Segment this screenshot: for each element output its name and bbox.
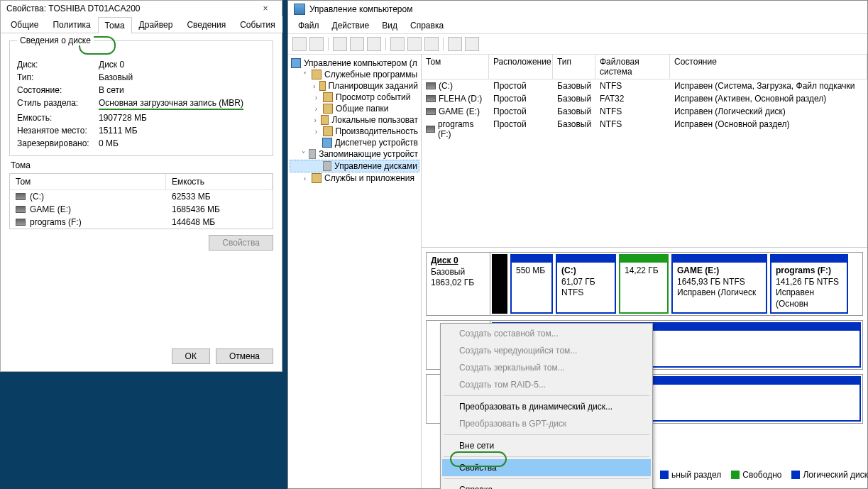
computer-icon	[291, 58, 301, 68]
volumes-table: Том Емкость (C:)62533 МБ GAME (E:)168543…	[9, 173, 273, 229]
volume-icon	[16, 206, 26, 213]
disk-row[interactable]: Диск 0 Базовый 1863,02 ГБ 550 МБ (C:) 61…	[426, 252, 863, 316]
volume-row[interactable]: GAME (E:)1685436 МБ	[10, 203, 273, 216]
tab-general[interactable]: Общие	[4, 16, 45, 33]
tree-root[interactable]: Управление компьютером (л	[290, 57, 419, 69]
disk-header[interactable]: Диск 0 Базовый 1863,02 ГБ	[427, 253, 490, 315]
volume-icon	[16, 193, 26, 200]
partition-c[interactable]: (C:) 61,07 ГБ NTFS	[556, 254, 616, 314]
ctx-convert-gpt[interactable]: Преобразовать в GPT-диск	[442, 415, 651, 432]
volume-icon	[16, 219, 26, 226]
legend-primary-icon	[660, 471, 669, 479]
close-button[interactable]: ×	[255, 4, 276, 13]
menu-help[interactable]: Справка	[405, 19, 449, 32]
ctx-striped-volume[interactable]: Создать чередующийся том...	[442, 342, 651, 359]
volume-row[interactable]: programs (F:)144648 МБ	[10, 216, 273, 229]
partition-game[interactable]: GAME (E:) 1645,93 ГБ NTFS Исправен (Логи…	[671, 254, 767, 314]
ctx-help[interactable]: Справка	[442, 481, 651, 489]
ctx-offline[interactable]: Вне сети	[442, 437, 651, 454]
ctx-mirrored-volume[interactable]: Создать зеркальный том...	[442, 359, 651, 376]
partition-free[interactable]: 14,22 ГБ	[619, 254, 669, 314]
volumes-label: Тома	[11, 160, 272, 170]
disk-icon	[323, 161, 331, 171]
reserved-value: 0 МБ	[99, 138, 119, 148]
state-value: В сети	[99, 85, 124, 95]
tb-btn[interactable]	[465, 37, 479, 51]
dialog-title: Свойства: TOSHIBA DT01ACA200	[6, 4, 141, 13]
grid-row[interactable]: (C:)ПростойБазовыйNTFSИсправен (Система,…	[422, 79, 867, 92]
users-icon	[321, 115, 329, 125]
disk-label: Диск:	[17, 60, 99, 70]
tree-services[interactable]: ›Службы и приложения	[290, 172, 419, 184]
free-value: 15111 МБ	[99, 126, 138, 136]
ok-button[interactable]: ОК	[172, 348, 210, 364]
col-volume[interactable]: Том	[422, 55, 489, 79]
tb-btn[interactable]	[424, 37, 439, 51]
tb-btn[interactable]	[448, 37, 462, 51]
tree-shared-folders[interactable]: ›Общие папки	[290, 103, 419, 114]
tree-event-viewer[interactable]: ›Просмотр событий	[290, 92, 419, 103]
tab-volumes[interactable]: Тома	[98, 17, 132, 33]
ctx-properties[interactable]: Свойства	[442, 459, 651, 476]
grid-row[interactable]: GAME (E:)ПростойБазовыйNTFSИсправен (Лог…	[422, 105, 867, 118]
volume-icon	[426, 82, 436, 89]
col-volume[interactable]: Том	[10, 174, 166, 189]
tree-performance[interactable]: ›Производительность	[290, 126, 419, 137]
help-button[interactable]	[390, 37, 405, 51]
menu-view[interactable]: Вид	[376, 19, 403, 32]
tree-storage[interactable]: ˅Запоминающие устройст	[290, 148, 419, 160]
group-title: Сведения о диске	[17, 35, 94, 45]
col-capacity[interactable]: Емкость	[166, 174, 273, 189]
tree-local-users[interactable]: ›Локальные пользоват	[290, 114, 419, 126]
volume-row[interactable]: (C:)62533 МБ	[10, 190, 273, 203]
properties-button[interactable]: Свойства	[209, 235, 273, 251]
ctx-spanned-volume[interactable]: Создать составной том...	[442, 325, 651, 342]
tb-btn[interactable]	[333, 37, 347, 51]
free-label: Незанятое место:	[17, 126, 99, 136]
tree-system-tools[interactable]: ˅Служебные программы	[290, 69, 419, 80]
tb-btn[interactable]	[407, 37, 422, 51]
tree-device-manager[interactable]: Диспетчер устройств	[290, 137, 419, 148]
storage-icon	[309, 149, 316, 159]
events-icon	[323, 92, 333, 102]
cancel-button[interactable]: Отмена	[216, 348, 273, 364]
scheduler-icon	[319, 81, 326, 91]
tb-btn[interactable]	[367, 37, 381, 51]
ctx-convert-dynamic[interactable]: Преобразовать в динамический диск...	[442, 398, 651, 415]
tab-strip: Общие Политика Тома Драйвер Сведения Соб…	[1, 16, 282, 33]
state-label: Состояние:	[17, 85, 99, 95]
tree-disk-management[interactable]: Управление дисками	[290, 160, 419, 172]
app-icon	[294, 4, 305, 15]
grid-row[interactable]: FLEHA (D:)ПростойБазовыйFAT32Исправен (А…	[422, 92, 867, 105]
navigation-tree: Управление компьютером (л ˅Служебные про…	[288, 55, 422, 488]
style-label: Стиль раздела:	[17, 98, 99, 110]
col-layout[interactable]: Расположение	[489, 55, 553, 79]
col-filesystem[interactable]: Файловая система	[595, 55, 670, 79]
toolbar	[288, 34, 867, 55]
col-status[interactable]: Состояние	[670, 55, 867, 79]
ctx-raid5-volume[interactable]: Создать том RAID-5...	[442, 376, 651, 393]
grid-row[interactable]: programs (F:)ПростойБазовыйNTFSИсправен …	[422, 118, 867, 141]
perf-icon	[323, 126, 333, 136]
col-type[interactable]: Тип	[553, 55, 595, 79]
forward-button[interactable]	[309, 37, 324, 51]
volume-grid: Том Расположение Тип Файловая система Со…	[422, 55, 867, 248]
menu-file[interactable]: Файл	[292, 19, 325, 32]
partition-programs[interactable]: programs (F:) 141,26 ГБ NTFS Исправен (О…	[770, 254, 848, 314]
disk-info-group: Сведения о диске Диск:Диск 0 Тип:Базовый…	[9, 40, 273, 156]
tree-scheduler[interactable]: ›Планировщик заданий	[290, 80, 419, 92]
capacity-label: Емкость:	[17, 113, 99, 123]
menu-action[interactable]: Действие	[326, 19, 375, 32]
tab-driver[interactable]: Драйвер	[132, 16, 180, 33]
context-menu: Создать составной том... Создать чередую…	[440, 323, 653, 489]
partition[interactable]	[492, 254, 507, 314]
volume-icon	[426, 126, 435, 133]
tab-policy[interactable]: Политика	[45, 16, 97, 33]
tab-events[interactable]: События	[233, 16, 282, 33]
partition[interactable]: 550 МБ	[510, 254, 553, 314]
menu-bar: Файл Действие Вид Справка	[288, 18, 867, 34]
tb-btn[interactable]	[350, 37, 364, 51]
back-button[interactable]	[292, 37, 307, 51]
reserved-label: Зарезервировано:	[17, 138, 99, 148]
tab-details[interactable]: Сведения	[180, 16, 233, 33]
